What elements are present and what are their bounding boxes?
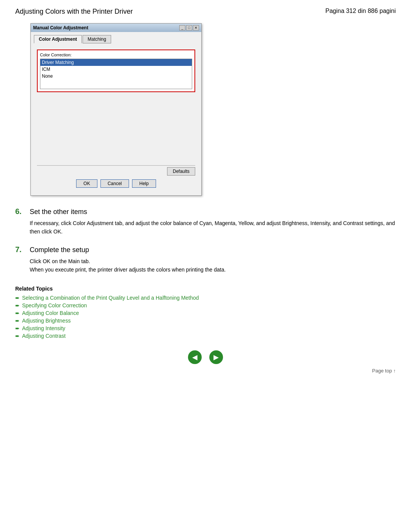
- related-link-text-5: Adjusting Contrast: [22, 333, 65, 339]
- dialog-titlebar: Manual Color Adjustment _ □ ✕: [31, 24, 201, 32]
- related-link-5[interactable]: ➨ Adjusting Contrast: [15, 333, 396, 339]
- page-top-link[interactable]: Page top ↑: [372, 368, 396, 374]
- related-link-text-2: Adjusting Color Balance: [22, 310, 79, 316]
- page-title: Adjusting Colors with the Printer Driver: [15, 8, 133, 16]
- arrow-icon-4: ➨: [15, 325, 20, 331]
- step-6-body: If necessary, click Color Adjustment tab…: [15, 219, 396, 236]
- arrow-icon-3: ➨: [15, 318, 20, 324]
- dialog-defaults-row: Defaults: [37, 167, 195, 176]
- listbox-item-none[interactable]: None: [40, 73, 192, 80]
- listbox-item-driver-matching[interactable]: Driver Matching: [40, 59, 192, 66]
- dialog-content: Color Correction: Driver Matching ICM No…: [34, 46, 198, 192]
- step-6-title: Set the other items: [30, 208, 87, 216]
- dialog-body: Color Adjustment Matching Color Correcti…: [31, 32, 201, 195]
- color-correction-group: Color Correction: Driver Matching ICM No…: [37, 50, 195, 92]
- related-link-text-0: Selecting a Combination of the Print Qua…: [22, 295, 199, 301]
- arrow-icon-5: ➨: [15, 333, 20, 339]
- related-link-0[interactable]: ➨ Selecting a Combination of the Print Q…: [15, 295, 396, 301]
- related-link-text-3: Adjusting Brightness: [22, 318, 71, 324]
- cancel-button[interactable]: Cancel: [100, 179, 129, 188]
- tab-matching[interactable]: Matching: [83, 35, 111, 43]
- restore-button[interactable]: □: [186, 25, 192, 30]
- nav-arrows: ◀ ▶: [15, 350, 396, 364]
- page-header: Adjusting Colors with the Printer Driver…: [15, 8, 396, 16]
- step-7-title: Complete the setup: [30, 246, 89, 254]
- arrow-icon-0: ➨: [15, 295, 20, 301]
- minimize-button[interactable]: _: [179, 25, 185, 30]
- dialog-ok-row: OK Cancel Help: [37, 178, 195, 189]
- color-correction-listbox[interactable]: Driver Matching ICM None: [40, 59, 192, 89]
- dialog-controls: _ □ ✕: [179, 25, 199, 30]
- ok-button[interactable]: OK: [76, 179, 97, 188]
- related-topics-title: Related Topics: [15, 286, 396, 292]
- step-7-section: 7. Complete the setup Click OK on the Ma…: [15, 245, 396, 274]
- arrow-icon-2: ➨: [15, 310, 20, 316]
- page-number: Pagina 312 din 886 pagini: [325, 8, 396, 14]
- step-6-section: 6. Set the other items If necessary, cli…: [15, 207, 396, 236]
- page-top-row: Page top ↑: [15, 368, 396, 374]
- step-6-header: 6. Set the other items: [15, 207, 396, 216]
- dialog-wrapper: Manual Color Adjustment _ □ ✕ Color Adju…: [30, 23, 396, 196]
- color-correction-label: Color Correction:: [40, 53, 192, 57]
- arrow-icon-1: ➨: [15, 302, 20, 308]
- prev-button[interactable]: ◀: [188, 350, 202, 364]
- related-link-4[interactable]: ➨ Adjusting Intensity: [15, 325, 396, 331]
- step-7-number: 7.: [15, 245, 26, 254]
- dialog-tabs: Color Adjustment Matching: [34, 35, 198, 43]
- step-7-line1: Click OK on the Main tab.: [30, 257, 396, 265]
- related-link-text-1: Specifying Color Correction: [22, 302, 87, 308]
- dialog-window: Manual Color Adjustment _ □ ✕ Color Adju…: [30, 23, 202, 196]
- defaults-button[interactable]: Defaults: [167, 167, 195, 176]
- related-link-2[interactable]: ➨ Adjusting Color Balance: [15, 310, 396, 316]
- tab-color-adjustment[interactable]: Color Adjustment: [34, 35, 82, 43]
- dialog-spacer: [37, 95, 195, 164]
- help-button[interactable]: Help: [132, 179, 156, 188]
- dialog-separator: [37, 165, 195, 166]
- dialog-title-text: Manual Color Adjustment: [33, 25, 88, 30]
- listbox-item-icm[interactable]: ICM: [40, 66, 192, 73]
- step-7-line2: When you execute print, the printer driv…: [30, 265, 396, 274]
- related-topics: Related Topics ➨ Selecting a Combination…: [15, 286, 396, 339]
- close-button[interactable]: ✕: [193, 25, 199, 30]
- step-6-number: 6.: [15, 207, 26, 216]
- next-button[interactable]: ▶: [209, 350, 223, 364]
- related-link-3[interactable]: ➨ Adjusting Brightness: [15, 318, 396, 324]
- step-7-header: 7. Complete the setup: [15, 245, 396, 254]
- related-link-1[interactable]: ➨ Specifying Color Correction: [15, 302, 396, 308]
- related-link-text-4: Adjusting Intensity: [22, 325, 65, 331]
- step-7-body: Click OK on the Main tab. When you execu…: [15, 257, 396, 274]
